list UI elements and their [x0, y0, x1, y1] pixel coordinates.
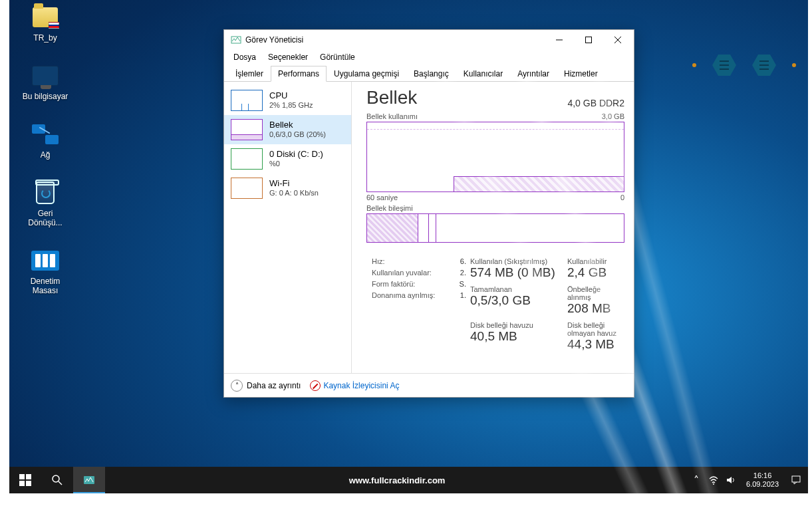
wifi-icon	[708, 475, 719, 485]
desktop-icon-control-panel[interactable]: Denetim Masası	[19, 246, 72, 295]
wifi-thumb-icon	[231, 178, 263, 199]
maximize-button[interactable]	[574, 30, 603, 50]
performance-main: Bellek 4,0 GB DDR2 Bellek kullanımı 3,0 …	[352, 82, 634, 373]
memory-usage-chart[interactable]	[366, 122, 624, 192]
desktop-icon-network[interactable]: Ağ	[19, 120, 72, 160]
tray-action-center[interactable]	[787, 467, 805, 493]
composition-chart-label: Bellek bileşimi	[366, 204, 624, 212]
stat-paged: 40,5 MB	[470, 329, 563, 344]
desktop-icon-label: Denetim Masası	[20, 277, 70, 295]
windows-logo-icon	[19, 474, 31, 486]
stat-committed: 0,5/3,0 GB	[470, 293, 563, 308]
window-title: Görev Yöneticisi	[245, 35, 545, 45]
search-button[interactable]	[41, 467, 73, 493]
kv-hw: 1.	[460, 290, 466, 301]
notification-icon	[791, 475, 801, 485]
svg-point-10	[713, 483, 714, 485]
taskbar: www.fullcrackindir.com ˄ 16:16 6.09.2023	[9, 467, 808, 493]
tab-performance[interactable]: Performans	[271, 66, 327, 82]
cpu-thumb-icon	[231, 90, 263, 111]
stat-available: 2,4 GB	[567, 265, 624, 280]
usage-chart-scale: 3,0 GB	[602, 112, 624, 120]
desktop-icon-recycle-bin[interactable]: Geri Dönüşü...	[19, 178, 72, 227]
sidebar-item-disk[interactable]: 0 Diski (C: D:) %0	[224, 144, 351, 174]
desktop-icon-label: Bu bilgisayar	[23, 92, 68, 101]
desktop-icon-this-pc[interactable]: Bu bilgisayar	[19, 61, 72, 101]
svg-rect-2	[586, 37, 592, 43]
taskbar-app-task-manager[interactable]	[73, 467, 105, 493]
tray-volume[interactable]	[724, 467, 738, 493]
tray-date: 6.09.2023	[746, 480, 779, 489]
tab-strip: İşlemler Performans Uygulama geçmişi Baş…	[224, 64, 634, 82]
desktop-icon-label: Ağ	[41, 150, 51, 160]
memory-composition-chart[interactable]	[366, 213, 624, 243]
search-icon	[51, 474, 63, 486]
stat-label: Kullanılan (Sıkıştırılmış)	[470, 257, 563, 265]
network-icon	[31, 120, 60, 149]
tray-clock[interactable]: 16:16 6.09.2023	[741, 471, 784, 489]
open-resource-monitor-link[interactable]: Kaynak İzleyicisini Aç	[310, 380, 399, 391]
tray-network[interactable]	[706, 467, 721, 493]
stat-label: Kullanılabilir	[567, 257, 624, 265]
task-manager-window: Görev Yöneticisi Dosya Seçenekler Görünt…	[223, 29, 634, 398]
desktop[interactable]: TR_by Bu bilgisayar Ağ Geri Dönüşü... De…	[9, 0, 808, 493]
svg-point-7	[53, 475, 59, 482]
folder-icon	[31, 3, 60, 32]
hexagon-icon	[712, 55, 736, 76]
sidebar-item-label: CPU	[269, 90, 313, 100]
sidebar-item-label: Bellek	[269, 120, 326, 130]
stat-label: Disk belleği olmayan havuz	[567, 321, 624, 337]
stat-nonpaged: 44,3 MB	[567, 337, 624, 352]
kv-slots: 2.	[460, 267, 466, 279]
kv-speed: 6.	[460, 256, 466, 267]
titlebar[interactable]: Görev Yöneticisi	[224, 30, 634, 50]
stat-label: Önbelleğe alınmış	[567, 285, 624, 301]
start-button[interactable]	[9, 467, 41, 493]
tab-startup[interactable]: Başlangıç	[406, 66, 456, 81]
desktop-icon-tr-by[interactable]: TR_by	[19, 3, 72, 43]
x-axis-left: 60 saniye	[366, 193, 398, 201]
sidebar-item-sub: G: 0 A: 0 Kb/sn	[269, 188, 319, 198]
fewer-details-button[interactable]: ˄ Daha az ayrıntı	[231, 380, 301, 392]
svg-rect-6	[26, 481, 31, 486]
x-axis-right: 0	[620, 193, 624, 201]
kv-label: Kullanılan yuvalar:	[372, 267, 432, 279]
task-manager-icon	[82, 473, 96, 487]
svg-rect-3	[19, 474, 25, 479]
menu-file[interactable]: Dosya	[228, 51, 261, 63]
page-title: Bellek	[366, 87, 417, 108]
sidebar-item-sub: %0	[269, 159, 323, 169]
svg-rect-4	[26, 474, 31, 479]
overlay-decoration	[692, 55, 796, 76]
taskbar-watermark: www.fullcrackindir.com	[105, 475, 689, 485]
tab-details[interactable]: Ayrıntılar	[510, 66, 557, 81]
svg-line-8	[59, 481, 62, 485]
control-panel-icon	[31, 246, 60, 275]
menu-options[interactable]: Seçenekler	[263, 51, 313, 63]
menu-view[interactable]: Görüntüle	[315, 51, 360, 63]
sidebar-item-wifi[interactable]: Wi-Fi G: 0 A: 0 Kb/sn	[224, 174, 351, 203]
minimize-button[interactable]	[545, 30, 574, 50]
close-button[interactable]	[603, 30, 632, 50]
sidebar-item-cpu[interactable]: CPU 2% 1,85 GHz	[224, 86, 351, 115]
menubar: Dosya Seçenekler Görüntüle	[224, 50, 634, 64]
memory-capacity: 4,0 GB DDR2	[567, 98, 624, 108]
stat-label: Tamamlanan	[470, 285, 563, 293]
tab-services[interactable]: Hizmetler	[557, 66, 605, 81]
chevron-up-icon: ˄	[231, 380, 243, 392]
stat-used: 574 MB (0 MB)	[470, 265, 563, 280]
tab-processes[interactable]: İşlemler	[228, 66, 271, 81]
hexagon-icon	[752, 55, 776, 76]
resource-monitor-label: Kaynak İzleyicisini Aç	[323, 381, 399, 390]
disk-thumb-icon	[231, 148, 263, 170]
stat-cached: 208 MB	[567, 301, 624, 316]
tab-app-history[interactable]: Uygulama geçmişi	[327, 66, 406, 81]
sidebar-item-sub: 2% 1,85 GHz	[269, 100, 313, 110]
tray-time: 16:16	[746, 471, 779, 480]
window-footer: ˄ Daha az ayrıntı Kaynak İzleyicisini Aç	[224, 373, 634, 397]
sidebar-item-label: 0 Diski (C: D:)	[269, 149, 323, 159]
sidebar-item-memory[interactable]: Bellek 0,6/3,0 GB (20%)	[224, 115, 351, 144]
tab-users[interactable]: Kullanıcılar	[456, 66, 510, 81]
tray-show-hidden[interactable]: ˄	[689, 467, 704, 493]
computer-icon	[31, 61, 60, 90]
